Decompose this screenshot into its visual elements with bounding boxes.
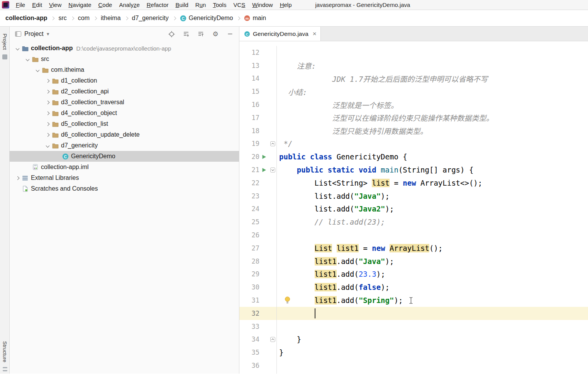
gutter[interactable]: 31: [239, 294, 277, 307]
breadcrumb-item-d7_genericity[interactable]: d7_genericity: [132, 15, 169, 22]
tree-row-collection-app.iml[interactable]: collection-app.iml: [10, 162, 239, 173]
code-text[interactable]: list.add("Java2");: [277, 203, 588, 216]
line-number[interactable]: 30: [242, 283, 259, 291]
chevron-right-icon[interactable]: [46, 100, 49, 104]
tree-row-d4_collection_object[interactable]: d4_collection_object: [10, 108, 239, 118]
gutter[interactable]: 19: [239, 137, 277, 151]
code-line-18[interactable]: 18 泛型只能支持引用数据类型。: [239, 124, 588, 137]
chevron-right-icon[interactable]: [46, 79, 49, 83]
code-line-20[interactable]: 20public class GenericityDemo {: [239, 150, 588, 163]
favorites-icon[interactable]: [3, 367, 7, 371]
tree-row-scratches and consoles[interactable]: Scratches and Consoles: [10, 183, 239, 194]
menu-file[interactable]: File: [12, 2, 29, 8]
code-line-30[interactable]: 30 list1.add(false);: [239, 281, 588, 294]
code-line-33[interactable]: 33: [239, 320, 588, 333]
gutter[interactable]: 22: [239, 176, 277, 190]
code-text[interactable]: public class GenericityDemo {: [277, 150, 588, 163]
line-number[interactable]: 21: [242, 166, 259, 174]
fold-toggle-icon[interactable]: [270, 337, 275, 342]
gutter[interactable]: 18: [239, 124, 277, 137]
line-number[interactable]: 33: [242, 323, 259, 330]
gutter[interactable]: 15: [239, 85, 277, 98]
code-line-16[interactable]: 16 泛型就是一个标签。: [239, 98, 588, 111]
code-text[interactable]: List<String> list = new ArrayList<>();: [277, 176, 588, 190]
chevron-right-icon[interactable]: [46, 111, 49, 115]
chevron-right-icon[interactable]: [46, 122, 49, 126]
code-line-13[interactable]: 13 注意:: [239, 59, 588, 72]
tree-row-d3_collection_traversal[interactable]: d3_collection_traversal: [10, 97, 239, 108]
code-text[interactable]: public static void main(String[] args) {: [277, 163, 588, 176]
line-number[interactable]: 20: [242, 153, 259, 161]
collapse-all-icon[interactable]: [197, 30, 204, 37]
line-number[interactable]: 16: [242, 101, 259, 108]
fold-toggle-icon[interactable]: [270, 168, 275, 173]
code-text[interactable]: // list.add(23);: [277, 215, 588, 228]
tree-row-external libraries[interactable]: External Libraries: [10, 173, 239, 183]
gutter[interactable]: 25: [239, 215, 277, 228]
chevron-right-icon[interactable]: [46, 90, 49, 93]
line-number[interactable]: 31: [242, 296, 259, 304]
code-line-26[interactable]: 26: [239, 228, 588, 242]
tree-row-d7_genericity[interactable]: d7_genericity: [10, 140, 239, 151]
code-line-24[interactable]: 24 list.add("Java2");: [239, 203, 588, 216]
tree-row-d6_collection_update_delete[interactable]: d6_collection_update_delete: [10, 129, 239, 140]
menu-run[interactable]: Run: [192, 2, 210, 8]
line-number[interactable]: 25: [242, 218, 259, 226]
code-text[interactable]: */: [277, 137, 588, 151]
code-line-23[interactable]: 23 list.add("Java");: [239, 190, 588, 203]
menu-window[interactable]: Window: [249, 2, 276, 8]
locate-file-icon[interactable]: [168, 30, 175, 37]
code-text[interactable]: 泛型可以在编译阶段约束只能操作某种数据类型。: [277, 111, 588, 124]
gutter[interactable]: 12: [239, 46, 277, 59]
intention-lightbulb-icon[interactable]: [285, 296, 290, 306]
code-line-36[interactable]: 36: [239, 359, 588, 372]
chevron-down-icon[interactable]: [25, 57, 29, 61]
line-number[interactable]: 18: [242, 127, 259, 135]
menu-code[interactable]: Code: [95, 2, 116, 8]
line-number[interactable]: 19: [242, 140, 259, 147]
line-number[interactable]: 22: [242, 179, 259, 187]
code-text[interactable]: [277, 359, 588, 372]
gutter[interactable]: 35: [239, 346, 277, 359]
breadcrumb-item-collection-app[interactable]: collection-app: [5, 15, 47, 22]
gutter[interactable]: 36: [239, 359, 277, 372]
chevron-down-icon[interactable]: [15, 46, 19, 50]
code-line-22[interactable]: 22 List<String> list = new ArrayList<>()…: [239, 176, 588, 190]
gutter[interactable]: 14: [239, 72, 277, 85]
code-text[interactable]: [277, 307, 588, 320]
code-line-15[interactable]: 15 小结:: [239, 85, 588, 98]
chevron-right-icon[interactable]: [15, 176, 19, 180]
code-text[interactable]: list1.add("Java");: [277, 255, 588, 268]
breadcrumb-item-itheima[interactable]: itheima: [101, 15, 121, 22]
menu-edit[interactable]: Edit: [29, 2, 46, 8]
line-number[interactable]: 13: [242, 62, 259, 69]
menu-navigate[interactable]: Navigate: [65, 2, 95, 8]
code-text[interactable]: [277, 320, 588, 333]
gutter[interactable]: 26: [239, 228, 277, 242]
code-text[interactable]: [277, 46, 588, 59]
menu-tools[interactable]: Tools: [209, 2, 230, 8]
line-number[interactable]: 15: [242, 88, 259, 95]
code-line-34[interactable]: 34 }: [239, 333, 588, 346]
code-line-32[interactable]: 32: [239, 307, 588, 320]
line-number[interactable]: 23: [242, 192, 259, 200]
code-text[interactable]: list.add("Java");: [277, 190, 588, 203]
code-text[interactable]: List list1 = new ArrayList();: [277, 242, 588, 255]
line-number[interactable]: 32: [242, 310, 259, 317]
code-line-21[interactable]: 21 public static void main(String[] args…: [239, 163, 588, 176]
code-text[interactable]: JDK 1.7开始之后后面的泛型申明可以省略不写: [277, 72, 588, 85]
line-number[interactable]: 24: [242, 205, 259, 213]
code-text[interactable]: }: [277, 346, 588, 359]
fold-toggle-icon[interactable]: [270, 141, 275, 146]
gutter[interactable]: 16: [239, 98, 277, 111]
commit-tool-icon[interactable]: [2, 54, 7, 59]
code-line-31[interactable]: 31 list1.add("Spring");: [239, 294, 588, 307]
tool-window-structure-button[interactable]: Structure: [2, 341, 8, 362]
tree-row-src[interactable]: src: [10, 54, 239, 64]
code-text[interactable]: 泛型就是一个标签。: [277, 98, 588, 111]
line-number[interactable]: 27: [242, 244, 259, 252]
gutter[interactable]: 28: [239, 255, 277, 268]
menu-vcs[interactable]: VCS: [230, 2, 249, 8]
code-text[interactable]: list1.add(23.3);: [277, 268, 588, 281]
line-number[interactable]: 17: [242, 114, 259, 122]
